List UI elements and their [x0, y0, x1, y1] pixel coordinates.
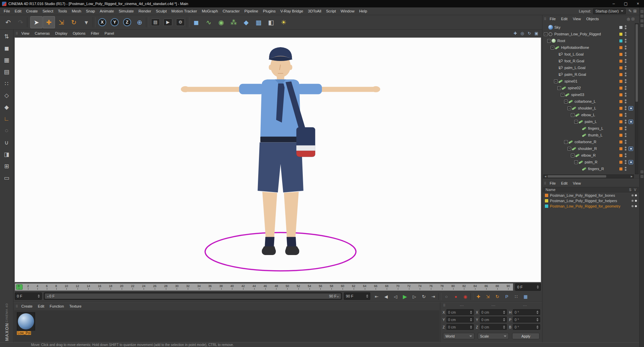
menu-item[interactable]: Create: [24, 7, 40, 15]
object-tree-vertical-scrollbar[interactable]: [635, 23, 639, 174]
object-manager-menu-item[interactable]: Edit: [558, 15, 570, 23]
transport-button[interactable]: [438, 293, 441, 300]
menu-item[interactable]: File: [1, 7, 12, 15]
polygon-mode-icon[interactable]: ◆: [1, 102, 12, 113]
menu-item[interactable]: Animate: [97, 7, 116, 15]
menu-item[interactable]: Pipeline: [242, 7, 261, 15]
toggle-view-icon[interactable]: ▣: [533, 31, 539, 36]
object-label[interactable]: elbow_R: [581, 153, 596, 157]
coordinate-value-field[interactable]: 0 cm: [446, 324, 474, 330]
object-label[interactable]: shoulder_L: [578, 106, 596, 110]
key-parameter-toggle[interactable]: P: [502, 292, 511, 301]
menu-item[interactable]: 3DToAll: [305, 7, 324, 15]
visibility-dots-icon[interactable]: [625, 32, 626, 36]
spinner-arrows-icon[interactable]: [364, 294, 368, 298]
ik-tag-icon[interactable]: [628, 106, 633, 111]
layer-color-icon[interactable]: [545, 204, 548, 208]
ik-tag-icon[interactable]: [628, 160, 633, 164]
layer-row[interactable]: Postman_Low_Poly_Rigged_for_bones: [543, 193, 639, 198]
object-tree-row[interactable]: − collarbone_R: [543, 138, 635, 145]
visibility-dots-icon[interactable]: [625, 167, 626, 171]
subdivision-surface-icon[interactable]: ◉: [215, 16, 227, 28]
collapse-expander-icon[interactable]: −: [551, 46, 554, 50]
object-label[interactable]: Root: [557, 39, 565, 43]
object-tree-row[interactable]: − Postman_Low_Poly_Rigged: [543, 31, 635, 37]
z-axis-lock-icon[interactable]: Z: [121, 16, 133, 28]
layer-toggle-dots-icon[interactable]: [632, 200, 637, 202]
layer-color-tag[interactable]: [619, 100, 622, 103]
object-label[interactable]: collarbone_L: [575, 99, 596, 103]
model-mode-icon[interactable]: ◼: [1, 43, 12, 54]
paint-tool-icon[interactable]: ◨: [1, 149, 12, 160]
layer-color-tag[interactable]: [619, 53, 622, 56]
ik-tag-icon[interactable]: [628, 120, 633, 124]
visibility-dots-icon[interactable]: [625, 59, 626, 63]
coordinate-value-field[interactable]: 0 cm: [480, 309, 507, 315]
visibility-dots-icon[interactable]: [625, 52, 626, 56]
menu-item[interactable]: Character: [220, 7, 242, 15]
visibility-dots-icon[interactable]: [625, 120, 626, 124]
viewport-menu-item[interactable]: Cameras: [32, 30, 53, 37]
make-editable-icon[interactable]: ⇅: [1, 31, 12, 42]
coordinate-system-dropdown[interactable]: World: [443, 333, 474, 339]
layer-name[interactable]: Postman_Low_Poly_Rigged_for_helpers: [550, 199, 617, 203]
object-label[interactable]: fingers_L: [588, 126, 603, 130]
tool-button[interactable]: [146, 17, 149, 27]
layer-color-icon[interactable]: [545, 194, 548, 197]
viewport-menu-item[interactable]: View: [19, 30, 32, 37]
light-icon[interactable]: ☀: [277, 16, 290, 28]
scroll-right-arrow-icon[interactable]: ▶: [630, 175, 634, 178]
object-tree-row[interactable]: − palm_L: [543, 118, 635, 125]
transform-mode-dropdown[interactable]: Scale: [478, 333, 509, 339]
scrollbar-thumb[interactable]: [548, 175, 606, 178]
viewport-menu-item[interactable]: Filter: [88, 30, 102, 37]
spinner-arrows-icon[interactable]: [535, 311, 538, 314]
coordinate-value-field[interactable]: 0 cm: [480, 324, 507, 330]
goto-end-button[interactable]: ⇥: [429, 292, 438, 301]
menu-item[interactable]: Motion Tracker: [169, 7, 199, 15]
dock-tab-icon[interactable]: [641, 175, 643, 178]
object-label[interactable]: Sky: [554, 25, 560, 29]
coordinate-value-field[interactable]: 0 cm: [480, 317, 507, 322]
layer-color-icon[interactable]: [545, 199, 548, 202]
render-view-icon[interactable]: ▤: [149, 16, 162, 28]
menu-item[interactable]: Sculpt: [153, 7, 169, 15]
autokey-button[interactable]: ◉: [461, 292, 470, 301]
layer-color-tag[interactable]: [619, 147, 622, 150]
layer-color-tag[interactable]: [619, 167, 622, 170]
object-label[interactable]: spine02: [568, 86, 581, 90]
material-name[interactable]: Low_Pol: [17, 331, 31, 335]
object-label[interactable]: shoulder_R: [578, 147, 597, 151]
viewport-solo-icon[interactable]: ▭: [1, 172, 12, 183]
viewport-menu-item[interactable]: Display: [53, 30, 70, 37]
visibility-dots-icon[interactable]: [625, 147, 626, 151]
y-axis-lock-icon[interactable]: Y: [109, 16, 121, 28]
scroll-left-arrow-icon[interactable]: ◀: [544, 175, 547, 178]
object-label[interactable]: HipRotationBone: [561, 45, 589, 50]
cycle-button[interactable]: ↻: [419, 292, 428, 301]
layout-grid-icon[interactable]: ⊞: [633, 9, 637, 13]
menu-item[interactable]: Window: [338, 7, 357, 15]
transport-button[interactable]: [470, 293, 473, 300]
interface-edit-icon[interactable]: ✎: [628, 9, 633, 13]
menu-item[interactable]: Plugins: [261, 7, 278, 15]
object-manager-menu-item[interactable]: View: [570, 15, 584, 23]
spinner-arrows-icon[interactable]: [468, 318, 472, 321]
play-sound-button[interactable]: ○: [442, 292, 451, 301]
object-label[interactable]: elbow_L: [581, 113, 595, 117]
previous-key-button[interactable]: ◀: [382, 292, 390, 301]
material-menu-item[interactable]: Create: [19, 303, 35, 310]
menu-item[interactable]: Mesh: [69, 7, 84, 15]
search-icon[interactable]: ◎: [627, 17, 630, 21]
apply-button[interactable]: Apply: [512, 333, 539, 339]
object-tree-row[interactable]: − shoulder_L: [543, 105, 635, 112]
viewport-menu-item[interactable]: Panel: [102, 30, 117, 37]
layer-color-tag[interactable]: [619, 140, 622, 144]
visibility-dots-icon[interactable]: [625, 86, 626, 90]
visibility-dots-icon[interactable]: [625, 93, 626, 97]
layer-toggle-dots-icon[interactable]: [632, 194, 637, 196]
viewport-menu-item[interactable]: Options: [70, 30, 88, 37]
menu-item[interactable]: Select: [40, 7, 56, 15]
visibility-dots-icon[interactable]: [625, 160, 626, 164]
collapse-expander-icon[interactable]: −: [567, 147, 571, 151]
